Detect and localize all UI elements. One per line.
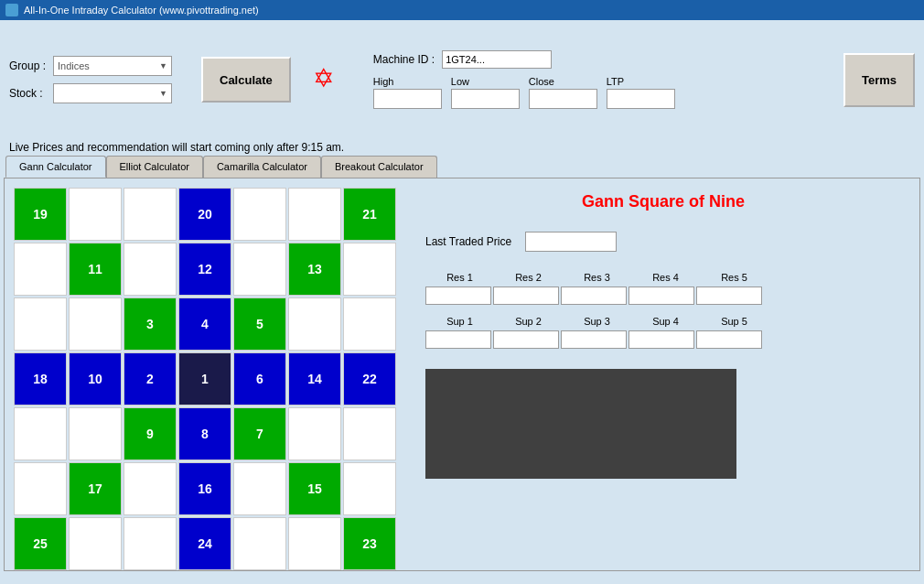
sup3-input[interactable] xyxy=(561,330,627,349)
grid-cell: 22 xyxy=(343,352,396,406)
logo-icon: ✡ xyxy=(305,61,341,98)
grid-cell: 21 xyxy=(343,188,396,241)
sup-inputs xyxy=(425,330,901,349)
grid-cell: 3 xyxy=(124,297,177,351)
res2-label: Res 2 xyxy=(494,272,563,283)
grid-cell xyxy=(288,188,341,241)
grid-cell xyxy=(124,517,177,570)
grid-cell xyxy=(288,407,341,460)
res5-input[interactable] xyxy=(696,287,762,305)
gann-title: Gann Square of Nine xyxy=(425,192,901,211)
logo-area: ✡ xyxy=(300,57,346,103)
tab-elliot-calculator[interactable]: Elliot Calculator xyxy=(106,156,203,178)
low-item: Low xyxy=(451,76,520,109)
res-row: Res 1 Res 2 Res 3 Res 4 Res 5 xyxy=(425,272,901,305)
grid-cell: 5 xyxy=(233,297,286,351)
grid-cell: 4 xyxy=(178,297,231,351)
grid-cell xyxy=(14,243,67,296)
grid-cell xyxy=(343,462,396,515)
grid-cell: 1 xyxy=(178,352,231,406)
grid-cell: 8 xyxy=(178,407,231,460)
ltp-header-input[interactable] xyxy=(607,89,675,109)
main-content: 1920211112133451810216142298717161525242… xyxy=(4,178,920,571)
sup2-input[interactable] xyxy=(493,330,559,349)
app-title: All-In-One Intraday Calculator (www.pivo… xyxy=(24,5,259,16)
high-label: High xyxy=(373,76,442,87)
stock-dropdown[interactable]: ▼ xyxy=(53,83,172,103)
grid-cell xyxy=(233,462,286,515)
sup2-label: Sup 2 xyxy=(494,316,563,327)
machine-id-input[interactable] xyxy=(442,50,552,69)
sup4-input[interactable] xyxy=(629,330,694,349)
res4-input[interactable] xyxy=(629,287,694,305)
right-panel: Gann Square of Nine Last Traded Price Re… xyxy=(407,178,919,570)
sup5-label: Sup 5 xyxy=(700,316,768,327)
group-dropdown[interactable]: Indices ▼ xyxy=(53,56,172,76)
grid-cell xyxy=(124,462,177,515)
sup1-label: Sup 1 xyxy=(425,316,494,327)
gann-grid: 1920211112133451810216142298717161525242… xyxy=(14,188,398,570)
grid-cell: 12 xyxy=(178,243,231,296)
res5-label: Res 5 xyxy=(700,272,768,283)
res1-input[interactable] xyxy=(425,287,491,305)
terms-button[interactable]: Terms xyxy=(843,53,915,107)
sup-row: Sup 1 Sup 2 Sup 3 Sup 4 Sup 5 xyxy=(425,316,901,349)
res-inputs xyxy=(425,287,901,305)
grid-cell: 9 xyxy=(124,407,177,460)
grid-cell xyxy=(343,243,396,296)
dropdown-arrow-icon: ▼ xyxy=(159,61,167,70)
last-traded-price-input[interactable] xyxy=(525,232,617,252)
high-item: High xyxy=(373,76,442,109)
grid-cell xyxy=(288,517,341,570)
tabs-row: Gann Calculator Elliot Calculator Camari… xyxy=(0,156,924,178)
grid-cell xyxy=(69,517,122,570)
grid-cell xyxy=(124,188,177,241)
tab-gann-calculator[interactable]: Gann Calculator xyxy=(5,156,106,178)
high-input[interactable] xyxy=(373,89,442,109)
grid-cell: 20 xyxy=(178,188,231,241)
low-input[interactable] xyxy=(451,89,520,109)
grid-cell: 6 xyxy=(233,352,286,406)
grid-cell: 15 xyxy=(288,462,341,515)
grid-cell: 19 xyxy=(14,188,67,241)
grid-cell xyxy=(233,517,286,570)
grid-cell xyxy=(69,188,122,241)
res4-label: Res 4 xyxy=(631,272,700,283)
grid-cell xyxy=(14,297,67,351)
svg-text:✡: ✡ xyxy=(312,64,333,92)
group-row: Group : Indices ▼ xyxy=(9,56,192,76)
grid-cell xyxy=(343,297,396,351)
res3-input[interactable] xyxy=(561,287,627,305)
tab-camarilla-calculator[interactable]: Camarilla Calculator xyxy=(203,156,321,178)
stock-row: Stock : ▼ xyxy=(9,83,192,103)
live-prices-text: Live Prices and recommendation will star… xyxy=(9,141,344,154)
close-label: Close xyxy=(529,76,597,87)
machine-id-label: Machine ID : xyxy=(373,53,435,66)
title-bar: All-In-One Intraday Calculator (www.pivo… xyxy=(0,0,924,20)
sup5-input[interactable] xyxy=(696,330,762,349)
machine-id-area: Machine ID : High Low Close LTP xyxy=(373,50,675,109)
res2-input[interactable] xyxy=(493,287,559,305)
sup4-label: Sup 4 xyxy=(631,316,700,327)
grid-cell xyxy=(124,243,177,296)
group-stock-area: Group : Indices ▼ Stock : ▼ xyxy=(9,56,192,103)
last-traded-price-label: Last Traded Price xyxy=(425,235,511,248)
grid-cell: 24 xyxy=(178,517,231,570)
grid-cell: 7 xyxy=(233,407,286,460)
grid-cell xyxy=(343,407,396,460)
live-prices-area: Live Prices and recommendation will star… xyxy=(0,139,924,156)
calculate-button[interactable]: Calculate xyxy=(201,57,291,103)
close-item: Close xyxy=(529,76,597,109)
grid-cell: 10 xyxy=(69,352,122,406)
sup3-label: Sup 3 xyxy=(563,316,631,327)
group-label: Group : xyxy=(9,59,48,72)
close-input[interactable] xyxy=(529,89,597,109)
res1-label: Res 1 xyxy=(425,272,494,283)
machine-id-row: Machine ID : xyxy=(373,50,675,69)
grid-cell: 2 xyxy=(124,352,177,406)
tab-breakout-calculator[interactable]: Breakout Calculator xyxy=(321,156,437,178)
sup1-input[interactable] xyxy=(425,330,491,349)
res3-label: Res 3 xyxy=(563,272,631,283)
grid-cell: 11 xyxy=(69,243,122,296)
ltp-header-label: LTP xyxy=(607,76,675,87)
